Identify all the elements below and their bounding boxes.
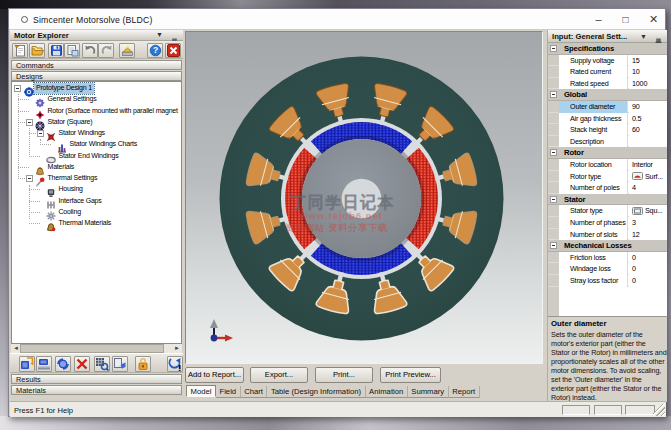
svg-text:?: ? bbox=[152, 45, 157, 55]
